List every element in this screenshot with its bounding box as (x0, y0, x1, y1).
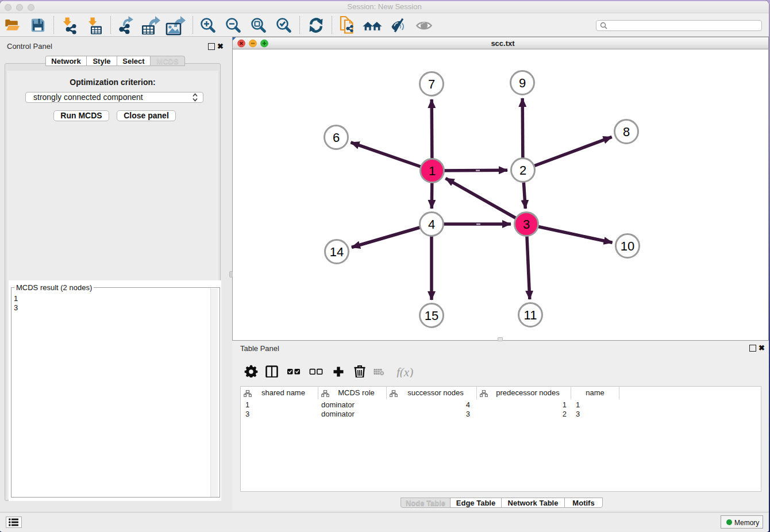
svg-text:3: 3 (523, 217, 530, 232)
svg-text:14: 14 (330, 245, 344, 259)
svg-text:10: 10 (621, 239, 634, 253)
svg-text:f(x): f(x) (396, 365, 413, 377)
svg-text:8: 8 (623, 125, 630, 139)
svg-text:11: 11 (524, 308, 537, 322)
svg-text:2: 2 (519, 163, 526, 178)
svg-text:4: 4 (428, 217, 435, 232)
svg-text:6: 6 (333, 130, 340, 145)
svg-text:1: 1 (429, 164, 436, 178)
svg-text:9: 9 (519, 76, 526, 90)
svg-text:7: 7 (428, 77, 435, 91)
svg-text:15: 15 (425, 309, 438, 323)
